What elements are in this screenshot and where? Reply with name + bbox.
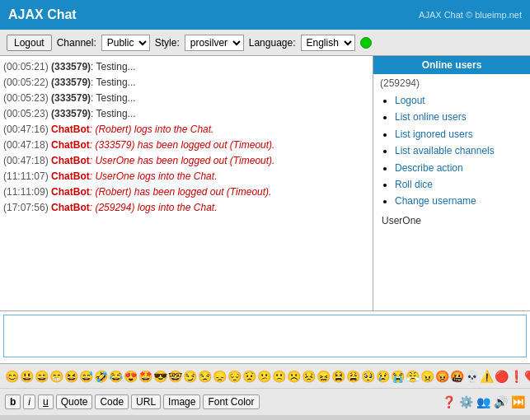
emoji-icon[interactable]: ❤️: [524, 370, 530, 383]
format-bar: b i u Quote Code URL Image Font Color ❓ …: [0, 389, 530, 415]
emoji-icon[interactable]: 🙁: [272, 370, 286, 383]
channel-select[interactable]: Public: [101, 35, 150, 51]
emoji-icon[interactable]: 😕: [257, 370, 271, 383]
chat-message: (00:05:23) (333579): Testing...: [3, 106, 369, 121]
online-menu-item[interactable]: Roll dice: [395, 176, 523, 193]
emoji-icon[interactable]: 😆: [64, 370, 78, 383]
emoji-icon[interactable]: 🤓: [168, 370, 182, 383]
italic-button[interactable]: i: [23, 394, 35, 409]
emoji-icon[interactable]: 😟: [242, 370, 256, 383]
app-title: AJAX Chat: [8, 7, 77, 22]
emoji-icon[interactable]: 🤩: [138, 370, 152, 383]
emoji-icon[interactable]: 😖: [317, 370, 331, 383]
emoji-icon[interactable]: 😃: [20, 370, 34, 383]
emoji-icon[interactable]: 😞: [213, 370, 227, 383]
emoji-icon[interactable]: 😏: [183, 370, 197, 383]
online-menu-item[interactable]: Describe action: [395, 160, 523, 176]
emoji-icon[interactable]: 😎: [153, 370, 167, 383]
online-panel-header: Online users: [373, 56, 530, 74]
chat-message: (00:05:22) (333579): Testing...: [3, 75, 369, 90]
emoji-left: 😊😃😄😁😆😅🤣😂😍🤩😎🤓😏😒😞😔😟😕🙁☹️😣😖😫😩🥺😢😭😤😠😡🤬💀⚠️🔴❗❤️: [5, 370, 530, 383]
font-color-button[interactable]: Font Color: [203, 394, 259, 409]
chat-message: (11:11:09) ChatBot: (Robert) has been lo…: [3, 184, 369, 199]
sound-icon[interactable]: 🔊: [494, 395, 508, 408]
help-icon[interactable]: ❓: [442, 395, 456, 408]
logout-button[interactable]: Logout: [7, 35, 52, 51]
format-left: b i u Quote Code URL Image Font Color: [5, 394, 260, 409]
chat-message: (17:07:56) ChatBot: (259294) logs into t…: [3, 200, 369, 215]
emoji-icon[interactable]: 😢: [376, 370, 390, 383]
bold-button[interactable]: b: [5, 394, 21, 409]
online-panel-content: (259294) LogoutList online usersList ign…: [373, 74, 530, 230]
online-panel: Online users (259294) LogoutList online …: [373, 56, 530, 310]
chat-message: (00:47:18) ChatBot: UserOne has been log…: [3, 153, 369, 168]
header: AJAX Chat AJAX Chat © blueimp.net: [0, 0, 530, 30]
quote-button[interactable]: Quote: [56, 394, 93, 409]
online-menu: LogoutList online usersList ignored user…: [380, 92, 523, 210]
users-icon[interactable]: 👥: [476, 395, 490, 408]
chat-message: (00:47:16) ChatBot: (Robert) logs into t…: [3, 122, 369, 137]
underline-button[interactable]: u: [38, 394, 54, 409]
online-menu-item[interactable]: List online users: [395, 109, 523, 125]
emoji-icon[interactable]: 🔴: [495, 370, 509, 383]
emoji-icon[interactable]: 🤣: [94, 370, 108, 383]
url-button[interactable]: URL: [131, 394, 161, 409]
channel-label: Channel:: [57, 37, 96, 49]
format-right: ❓ ⚙️ 👥 🔊 ⏭️: [442, 395, 525, 408]
code-button[interactable]: Code: [95, 394, 129, 409]
online-menu-item[interactable]: List available channels: [395, 142, 523, 159]
emoji-icon[interactable]: 💀: [465, 370, 479, 383]
online-menu-item[interactable]: Change username: [395, 193, 523, 209]
online-userid: (259294): [380, 77, 523, 89]
emoji-icon[interactable]: 😁: [49, 370, 63, 383]
emoji-bar: 😊😃😄😁😆😅🤣😂😍🤩😎🤓😏😒😞😔😟😕🙁☹️😣😖😫😩🥺😢😭😤😠😡🤬💀⚠️🔴❗❤️ …: [0, 364, 530, 389]
language-select[interactable]: English: [301, 35, 355, 51]
emoji-icon[interactable]: 😩: [346, 370, 360, 383]
style-label: Style:: [155, 37, 180, 49]
emoji-icon[interactable]: 😍: [124, 370, 138, 383]
input-area: [0, 311, 530, 364]
main-content: (00:05:21) (333579): Testing...(00:05:22…: [0, 56, 530, 311]
language-label: Language:: [249, 37, 296, 49]
online-user: UserOne: [382, 215, 523, 226]
emoji-icon[interactable]: 😄: [35, 370, 49, 383]
chat-message: (00:47:18) ChatBot: (333579) has been lo…: [3, 138, 369, 152]
emoji-icon[interactable]: 🥺: [361, 370, 375, 383]
chat-input[interactable]: [3, 315, 527, 357]
chat-message: (11:11:07) ChatBot: UserOne logs into th…: [3, 169, 369, 184]
emoji-icon[interactable]: ☹️: [287, 370, 301, 383]
image-button[interactable]: Image: [163, 394, 200, 409]
emoji-icon[interactable]: 😡: [435, 370, 449, 383]
online-menu-item[interactable]: List ignored users: [395, 126, 523, 142]
online-user-list: UserOne: [380, 215, 523, 226]
emoji-icon[interactable]: 😔: [227, 370, 242, 383]
emoji-icon[interactable]: 😭: [391, 370, 405, 383]
settings-icon[interactable]: ⚙️: [459, 395, 473, 408]
online-indicator: [360, 37, 372, 49]
chat-message: (00:05:21) (333579): Testing...: [3, 59, 369, 74]
emoji-icon[interactable]: 😠: [420, 370, 434, 383]
online-menu-item[interactable]: Logout: [395, 92, 523, 109]
emoji-icon[interactable]: 😫: [331, 370, 345, 383]
emoji-icon[interactable]: 😅: [79, 370, 93, 383]
emoji-icon[interactable]: ⚠️: [480, 370, 494, 383]
skip-icon[interactable]: ⏭️: [511, 395, 525, 408]
emoji-icon[interactable]: 😊: [5, 370, 19, 383]
toolbar: Logout Channel: Public Style: prosilver …: [0, 30, 530, 56]
emoji-icon[interactable]: 😂: [109, 370, 123, 383]
emoji-icon[interactable]: 😤: [406, 370, 420, 383]
style-select[interactable]: prosilver: [185, 35, 244, 51]
chat-message: (00:05:23) (333579): Testing...: [3, 91, 369, 105]
chat-area[interactable]: (00:05:21) (333579): Testing...(00:05:22…: [0, 56, 373, 310]
copyright: AJAX Chat © blueimp.net: [419, 10, 522, 20]
emoji-icon[interactable]: 🤬: [450, 370, 464, 383]
emoji-icon[interactable]: 😣: [302, 370, 316, 383]
emoji-icon[interactable]: ❗: [509, 370, 523, 383]
emoji-icon[interactable]: 😒: [198, 370, 212, 383]
